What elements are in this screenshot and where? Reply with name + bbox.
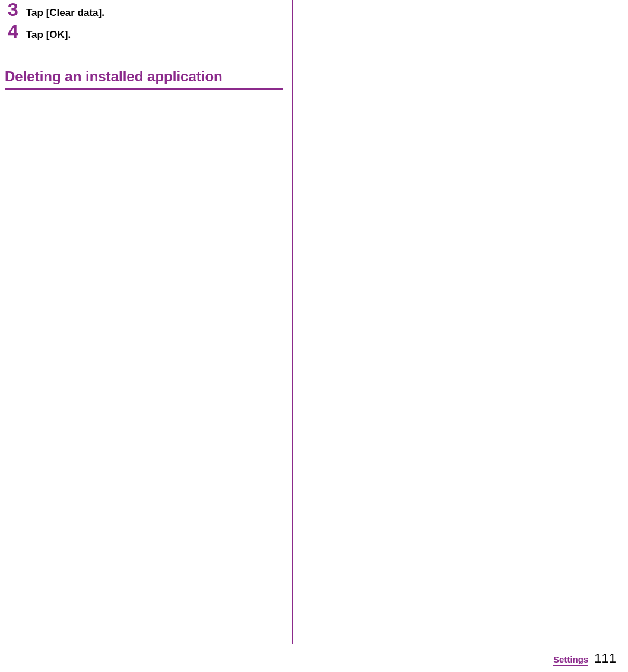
section-heading: Deleting an installed application — [5, 68, 283, 90]
footer-section-label: Settings — [553, 654, 588, 666]
left-column: 3 Tap [Clear data]. 4 Tap [OK]. Deleting… — [0, 0, 297, 644]
step-item-4: 4 Tap [OK]. — [0, 22, 297, 42]
step-item-3: 3 Tap [Clear data]. — [0, 0, 297, 20]
step-number: 4 — [0, 22, 26, 41]
step-text: Tap [Clear data]. — [26, 7, 104, 20]
page-footer: Settings 111 — [553, 651, 616, 666]
right-column — [293, 0, 628, 644]
step-number: 3 — [0, 0, 26, 19]
footer-page-number: 111 — [594, 651, 616, 666]
step-text: Tap [OK]. — [26, 28, 71, 42]
